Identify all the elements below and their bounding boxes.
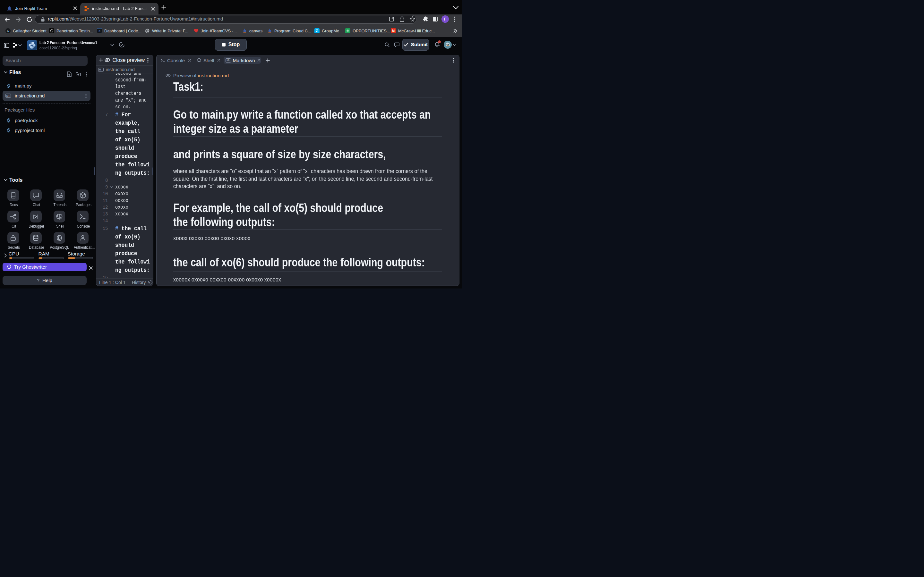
svg-text:MORGAN: MORGAN (7, 10, 12, 11)
